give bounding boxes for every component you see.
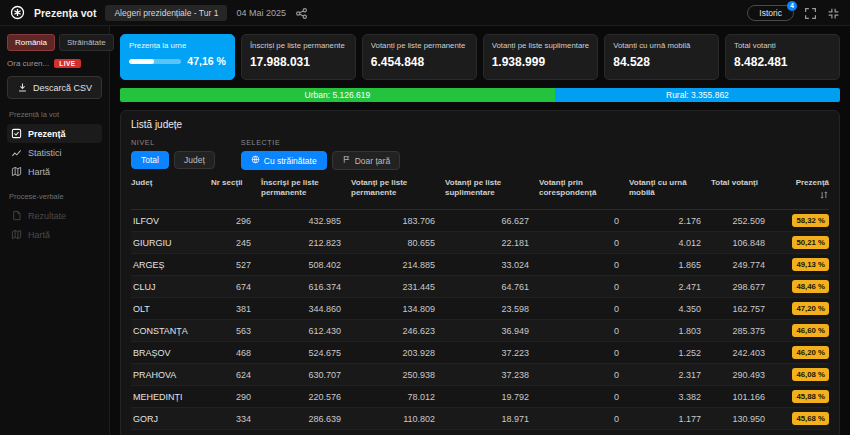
nivel-option-label: Total [141,155,159,165]
stat-card: Înscriși pe liste permanente17.988.031 [241,34,356,80]
stat-label: Votanți cu urnă mobilă [613,41,710,50]
live-badge: LIVE [54,59,80,68]
sidebar-item-0-2[interactable]: Hartă [7,162,102,181]
numeric-cell: 37.223 [445,348,539,358]
numeric-cell: 432.985 [261,216,351,226]
app-logo-icon [10,5,25,20]
numeric-cell: 674 [211,282,261,292]
sort-icon[interactable] [819,190,829,203]
table-row[interactable]: BRAȘOV468524.675203.92837.22301.252242.4… [131,342,829,364]
numeric-cell: 0 [539,392,629,402]
numeric-cell: 508.402 [261,260,351,270]
stat-value: 47,16 % [187,55,226,67]
table-row[interactable]: ARGEȘ527508.402214.88533.02401.865249.77… [131,254,829,276]
nivel-option-label: Județ [184,155,205,165]
numeric-cell: 2.471 [629,282,711,292]
table-row[interactable]: OLT381344.860134.80923.59804.350162.7574… [131,298,829,320]
sidebar-item-label: Hartă [28,230,50,240]
tab-strainatate[interactable]: Străinătate [59,34,114,51]
table-row[interactable]: ILFOV296432.985183.70666.62702.176252.50… [131,210,829,232]
numeric-cell: 524.675 [261,348,351,358]
numeric-cell: 0 [539,326,629,336]
numeric-cell: 242.403 [711,348,775,358]
prezenta-cell: 46,60 % [775,324,829,337]
county-name-cell: MEHEDINȚI [131,392,211,402]
istoric-button[interactable]: Istoric 4 [747,5,794,21]
numeric-cell: 249.774 [711,260,775,270]
county-name-cell: CLUJ [131,282,211,292]
numeric-cell: 64.761 [445,282,539,292]
turnout-progress-fill [129,59,154,64]
numeric-cell: 246.623 [351,326,445,336]
numeric-cell: 298.677 [711,282,775,292]
table-row[interactable]: PRAHOVA624630.707250.93837.23802.317290.… [131,364,829,386]
selectie-option-label: Doar țară [355,156,390,166]
fullscreen-icon[interactable] [804,6,817,19]
numeric-cell: 563 [211,326,261,336]
nivel-group: NIVEL TotalJudeț [131,138,215,170]
table-row[interactable]: GIURGIU245212.82380.65522.18104.012106.8… [131,232,829,254]
download-csv-button[interactable]: Descarcă CSV [7,76,102,99]
stat-label: Votanți pe liste permanente [371,41,468,50]
stat-value: 8.482.481 [734,55,831,69]
tab-romania[interactable]: România [7,34,55,51]
column-header: Votanți pe liste suplimentare [445,178,539,198]
nivel-option-0[interactable]: Total [131,151,169,169]
election-round-badge[interactable]: Alegeri prezidențiale - Tur 1 [105,5,227,21]
numeric-cell: 381 [211,304,261,314]
numeric-cell: 2.317 [629,370,711,380]
numeric-cell: 4.350 [629,304,711,314]
sidebar: România Străinătate Ora curen... LIVE De… [0,26,110,435]
numeric-cell: 290.493 [711,370,775,380]
numeric-cell: 250.938 [351,370,445,380]
share-icon[interactable] [295,6,308,19]
numeric-cell: 245 [211,238,261,248]
prezenta-badge: 48,46 % [792,280,829,293]
county-name-cell: OLT [131,304,211,314]
numeric-cell: 106.848 [711,238,775,248]
numeric-cell: 624 [211,370,261,380]
numeric-cell: 0 [539,282,629,292]
file-icon [11,210,22,221]
numeric-cell: 286.639 [261,414,351,424]
numeric-cell: 212.823 [261,238,351,248]
numeric-cell: 203.928 [351,348,445,358]
table-row[interactable]: CLUJ674616.374231.44564.76102.471298.677… [131,276,829,298]
numeric-cell: 0 [539,348,629,358]
table-row[interactable]: GORJ334286.639110.80218.97101.177130.950… [131,408,829,430]
prezenta-badge: 46,20 % [792,346,829,359]
sidebar-item-0-0[interactable]: Prezență [7,124,102,143]
sidebar-item-0-1[interactable]: Statistici [7,143,102,162]
numeric-cell: 33.024 [445,260,539,270]
nivel-label: NIVEL [131,138,215,147]
selectie-option-0[interactable]: Cu străinătate [241,151,327,170]
prezenta-cell: 50,21 % [775,236,829,249]
compress-icon[interactable] [827,6,840,19]
numeric-cell: 3.382 [629,392,711,402]
map-icon [11,166,22,177]
chart-line-icon [11,147,22,158]
numeric-cell: 1.252 [629,348,711,358]
prezenta-badge: 45,68 % [792,412,829,425]
prezenta-badge: 45,88 % [792,390,829,403]
prezenta-badge: 47,20 % [792,302,829,315]
numeric-cell: 290 [211,392,261,402]
column-header: Total votanți [711,178,775,188]
table-header: JudețNr secțiiÎnscriși pe liste permanen… [131,178,829,210]
table-row[interactable]: MEHEDINȚI290220.57678.01219.79203.382101… [131,386,829,408]
table-row[interactable]: CONSTANȚA563612.430246.62336.94901.80328… [131,320,829,342]
stat-card: Votanți pe liste permanente6.454.848 [362,34,477,80]
selectie-option-label: Cu străinătate [264,156,317,166]
prezenta-cell: 47,20 % [775,302,829,315]
nivel-buttons: TotalJudeț [131,151,215,169]
nivel-option-1[interactable]: Județ [174,151,215,169]
current-time-label: Ora curen... [7,59,49,68]
urban-rural-bar: Urban: 5.126.619 Rural: 3.355.862 [120,88,840,102]
istoric-label: Istoric [759,8,782,18]
prezenta-badge: 46,08 % [792,368,829,381]
selectie-option-1[interactable]: Doar țară [332,151,400,170]
numeric-cell: 0 [539,260,629,270]
prezenta-cell: 45,88 % [775,390,829,403]
stat-value: 17.988.031 [250,55,347,69]
istoric-count-badge: 4 [787,1,797,11]
